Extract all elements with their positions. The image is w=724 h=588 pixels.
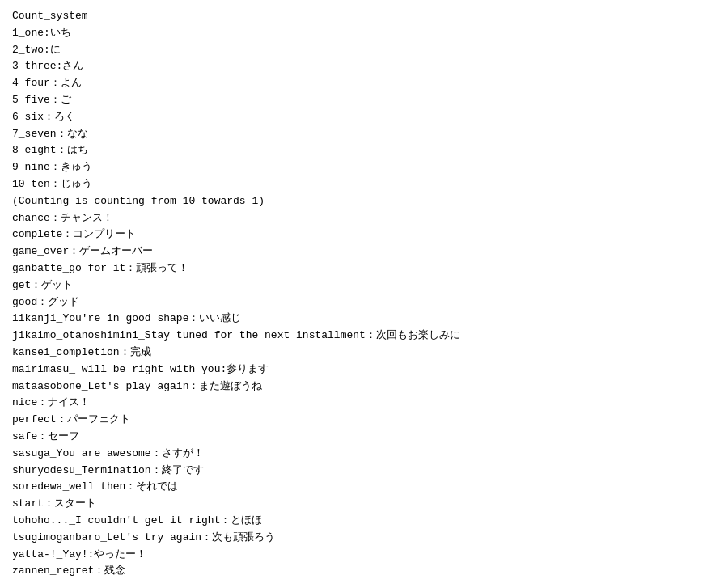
list-item: safe：セーフ	[12, 429, 712, 446]
list-item: 9_nine：きゅう	[12, 159, 712, 176]
list-item: iikanji_You're in good shape：いい感じ	[12, 311, 712, 328]
list-item: yatta-!_Yay!:やったー！	[12, 547, 712, 564]
list-item: 8_eight：はち	[12, 142, 712, 159]
list-item: 6_six：ろく	[12, 109, 712, 126]
list-item: (Counting is counting from 10 towards 1)	[12, 193, 712, 210]
list-item: Count_system	[12, 8, 712, 25]
list-item: 3_three:さん	[12, 58, 712, 75]
list-item: kansei_completion：完成	[12, 345, 712, 362]
list-item: good：グッド	[12, 294, 712, 311]
list-item: soredewa_well then：それでは	[12, 479, 712, 496]
list-item: shuryodesu_Termination：終了です	[12, 463, 712, 480]
list-item: perfect：パーフェクト	[12, 412, 712, 429]
list-item: game_over：ゲームオーバー	[12, 243, 712, 260]
list-item: tsugimoganbaro_Let's try again：次も頑張ろう	[12, 530, 712, 547]
list-item: chance：チャンス！	[12, 210, 712, 227]
list-item: 5_five：ご	[12, 92, 712, 109]
list-item: start：スタート	[12, 496, 712, 513]
list-item: sasuga_You are awesome：さすが！	[12, 446, 712, 463]
list-item: mairimasu_ will be right with you:参ります	[12, 362, 712, 379]
list-item: complete：コンプリート	[12, 226, 712, 243]
list-item: 7_seven：なな	[12, 126, 712, 143]
list-item: 2_two:に	[12, 42, 712, 59]
list-item: 1_one:いち	[12, 25, 712, 42]
list-item: get：ゲット	[12, 277, 712, 294]
list-item: mataasobone_Let's play again：また遊ぼうね	[12, 379, 712, 396]
main-content: Count_system1_one:いち2_two:に3_three:さん4_f…	[12, 8, 712, 580]
list-item: 10_ten：じゅう	[12, 176, 712, 193]
list-item: zannen_regret：残念	[12, 563, 712, 580]
list-item: jikaimo_otanoshimini_Stay tuned for the …	[12, 328, 712, 345]
list-item: nice：ナイス！	[12, 395, 712, 412]
list-item: 4_four：よん	[12, 75, 712, 92]
list-item: ganbatte_go for it：頑張って！	[12, 260, 712, 277]
list-item: tohoho..._I couldn't get it right：とほほ	[12, 513, 712, 530]
